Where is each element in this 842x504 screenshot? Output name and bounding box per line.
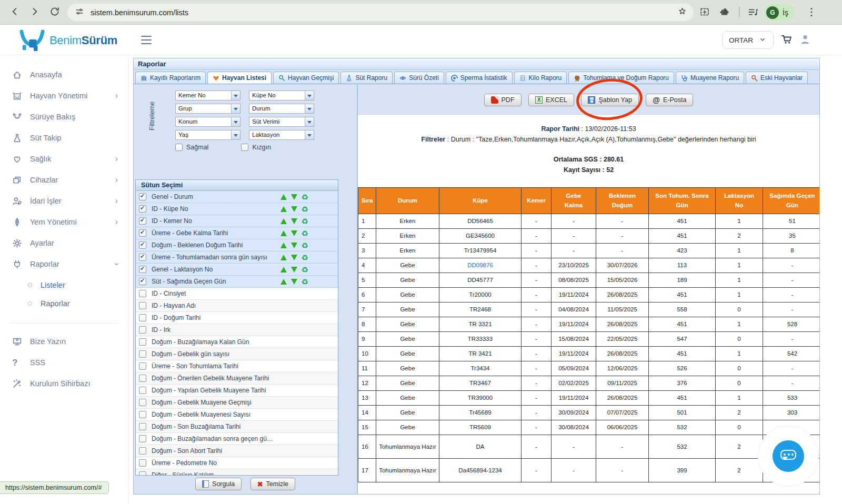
template-button[interactable]: Şablon Yap: [581, 94, 638, 106]
browser-profile-chip[interactable]: G İş: [764, 4, 794, 21]
column-item-do-um-buza-lamadan-sonra-ge-en-g[interactable]: Doğum - Buzağılamadan sonra geçen gü…: [136, 433, 338, 445]
forward-button[interactable]: [26, 4, 43, 21]
column-item-s-t-sa-mda-ge-en-g-n[interactable]: Süt - Sağımda Geçen Gün♻: [136, 276, 338, 288]
sidebar-item-kurulum-sihirbaz[interactable]: Kurulum Sihirbazı: [0, 373, 128, 394]
chat-button[interactable]: [773, 440, 804, 472]
browser-menu-icon[interactable]: [806, 6, 817, 18]
column-item-genel-laktasyon-no[interactable]: Genel - Laktasyon No♻: [136, 264, 338, 276]
sidebar-item-i-dari-i-ler[interactable]: İdari İşler›: [0, 190, 128, 211]
sidebar-item-yem-y-netimi[interactable]: Yem Yönetimi›: [0, 211, 128, 233]
reset-column-icon[interactable]: ♻: [302, 254, 308, 261]
move-down-icon[interactable]: [291, 267, 297, 273]
cart-icon[interactable]: [780, 33, 793, 46]
user-icon[interactable]: [799, 33, 811, 46]
checkbox-unchecked[interactable]: [139, 326, 146, 334]
checkbox-unchecked[interactable]: [139, 375, 146, 382]
reset-column-icon[interactable]: ♻: [302, 266, 308, 274]
column-item-reme-gebe-kalma-tarihi[interactable]: Üreme - Gebe Kalma Tarihi♻: [136, 227, 338, 239]
filter-checkbox-k-zg-n[interactable]: Kızgın: [241, 144, 270, 151]
column-item-do-um-beklenen-do-um-tarihi[interactable]: Doğum - Beklenen Doğum Tarihi♻: [136, 239, 338, 251]
checkbox-unchecked[interactable]: [139, 435, 146, 442]
bookmark-star-icon[interactable]: [677, 6, 687, 18]
checkbox-unchecked[interactable]: [139, 387, 146, 394]
checkbox-unchecked[interactable]: [139, 447, 146, 455]
move-down-icon[interactable]: [291, 243, 297, 248]
column-item-id-kemer-no[interactable]: ID - Kemer No♻: [136, 215, 338, 227]
column-item-id-irk[interactable]: ID - Irk: [136, 324, 338, 336]
reset-column-icon[interactable]: ♻: [302, 193, 308, 201]
column-item-do-um-buza-lamaya-kalan-g-n[interactable]: Doğum - Buzağılamaya Kalan Gün: [136, 336, 338, 348]
filter-select-ya[interactable]: Yaş: [175, 130, 240, 140]
sidebar-item-bize-yaz-n[interactable]: Bize Yazın: [0, 331, 128, 352]
brand-logo[interactable]: BenimSürüm: [18, 29, 117, 52]
move-down-icon[interactable]: [291, 279, 297, 285]
filter-select-k-pe-no[interactable]: Küpe No: [249, 90, 314, 100]
checkbox-unchecked[interactable]: [139, 302, 146, 309]
move-up-icon[interactable]: [280, 243, 287, 248]
checkbox-unchecked[interactable]: [139, 314, 146, 321]
move-down-icon[interactable]: [291, 255, 297, 260]
reload-button[interactable]: [46, 4, 63, 21]
reset-column-icon[interactable]: ♻: [302, 241, 308, 249]
column-item-id-hayvan-ad[interactable]: ID - Hayvan Adı: [136, 300, 338, 312]
checkbox-unchecked[interactable]: [139, 399, 146, 406]
hamburger-menu-icon[interactable]: [141, 36, 152, 44]
back-button[interactable]: [6, 4, 23, 21]
checkbox-unchecked[interactable]: [139, 290, 146, 297]
reading-list-icon[interactable]: [747, 6, 759, 18]
sidebar-item-cihazlar[interactable]: Cihazlar›: [0, 169, 128, 190]
move-down-icon[interactable]: [291, 218, 297, 224]
reset-column-icon[interactable]: ♻: [302, 205, 308, 213]
move-up-icon[interactable]: [280, 267, 287, 273]
sidebar-item-raporlar[interactable]: Raporlar›: [0, 254, 128, 275]
sidebar-subitem-listeler[interactable]: Listeler: [0, 276, 128, 294]
checkbox-unchecked[interactable]: [139, 350, 146, 358]
column-item-id-do-um-tarihi[interactable]: ID - Doğum Tarihi: [136, 312, 338, 324]
checkbox-checked[interactable]: [139, 193, 146, 200]
move-up-icon[interactable]: [280, 206, 287, 212]
checkbox-unchecked[interactable]: [139, 362, 146, 370]
sidebar-subitem-raporlar[interactable]: Raporlar: [0, 294, 128, 313]
move-up-icon[interactable]: [280, 279, 287, 285]
tab-tohumlama-ve-do-um-raporu[interactable]: Tohumlama ve Doğum Raporu: [568, 72, 674, 84]
kupe-link[interactable]: DD09876: [439, 258, 522, 273]
tab-hayvan-ge-mi-i[interactable]: Hayvan Geçmişi: [273, 72, 339, 84]
filter-select-konum[interactable]: Konum: [175, 117, 240, 127]
checkbox-checked[interactable]: [139, 254, 146, 261]
move-up-icon[interactable]: [280, 194, 287, 200]
filter-checkbox-sa-mal[interactable]: Sağmal: [175, 144, 208, 151]
column-item-reme-son-tohumlama-tarihi[interactable]: Üreme - Son Tohumlama Tarihi: [136, 360, 338, 372]
move-down-icon[interactable]: [291, 230, 297, 236]
column-item-do-um-gebelik-muayenesi-say-s[interactable]: Doğum - Gebelik Muayenesi Sayısı: [136, 409, 338, 421]
column-item-genel-durum[interactable]: Genel - Durum♻: [136, 191, 338, 203]
sidebar-item-s-r-ye-bak[interactable]: Sürüye Bakış: [0, 106, 128, 127]
excel-button[interactable]: EXCEL: [528, 94, 574, 106]
tab-hayvan-listesi[interactable]: Hayvan Listesi: [207, 72, 272, 84]
column-item-do-um-gebelik-muayene-ge-mi-i[interactable]: Doğum - Gebelik Muayene Geçmişi: [136, 397, 338, 409]
column-item-reme-tohumlamadan-sonra-g-n-say-s[interactable]: Üreme - Tohumlamadan sonra gün sayısı♻: [136, 251, 338, 264]
sidebar-item-sa-l-k[interactable]: Sağlık›: [0, 148, 128, 169]
column-item-id-k-pe-no[interactable]: ID - Küpe No♻: [136, 203, 338, 215]
checkbox-checked[interactable]: [139, 266, 146, 273]
email-button[interactable]: @ E-Posta: [646, 94, 693, 106]
move-up-icon[interactable]: [280, 230, 287, 236]
tab-sperma-i-statistik[interactable]: Sperma İstatistik: [446, 72, 513, 84]
checkbox-unchecked[interactable]: [139, 423, 146, 430]
reset-column-icon[interactable]: ♻: [302, 229, 308, 237]
filter-select-kemer-no[interactable]: Kemer No: [175, 90, 240, 100]
move-down-icon[interactable]: [291, 206, 297, 212]
column-item-do-um-yap-lan-gebelik-muayene-tarihi[interactable]: Doğum - Yapılan Gebelik Muayene Tarihi: [136, 385, 338, 397]
clear-button[interactable]: ✖ Temizle: [250, 478, 295, 490]
checkbox-checked[interactable]: [139, 205, 146, 213]
sidebar-item-s-t-takip[interactable]: Süt Takip: [0, 127, 128, 148]
checkbox-unchecked[interactable]: [139, 411, 146, 418]
query-button[interactable]: Sorgula: [195, 478, 242, 490]
reset-column-icon[interactable]: ♻: [302, 278, 308, 286]
pdf-button[interactable]: PDF: [484, 94, 522, 106]
column-item-do-um-son-buza-lama-tarihi[interactable]: Doğum - Son Buzağılama Tarihi: [136, 421, 338, 433]
filter-select-laktasyon[interactable]: Laktasyon: [249, 130, 314, 140]
address-bar[interactable]: sistem.benimsurum.com/lists: [67, 4, 694, 21]
move-up-icon[interactable]: [280, 255, 287, 260]
checkbox-unchecked[interactable]: [139, 459, 146, 467]
column-item-reme-pedometre-no[interactable]: Üreme - Pedometre No: [136, 457, 338, 469]
